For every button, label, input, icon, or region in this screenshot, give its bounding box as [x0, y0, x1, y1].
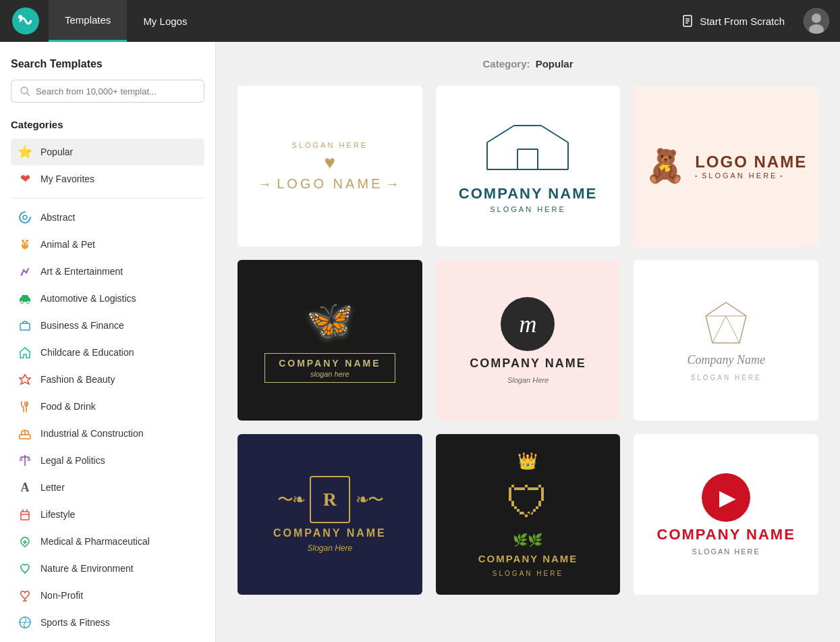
svg-point-13: [26, 240, 28, 242]
template-card-1[interactable]: SLOGAN HERE ♥ → LOGO NAME →: [237, 86, 422, 246]
sidebar-item-fashion-beauty[interactable]: Fashion & Beauty: [11, 366, 204, 393]
slogan-7: Slogan Here: [307, 543, 352, 553]
crest-border-7: R: [310, 476, 350, 523]
document-icon: [681, 14, 694, 28]
diamond-svg-6: [699, 299, 753, 346]
svg-point-7: [812, 14, 821, 23]
svg-point-17: [21, 274, 23, 276]
company-name-7: COMPANY NAME: [273, 527, 387, 539]
letter-icon: A: [18, 480, 32, 495]
template-preview-3: 🧸 LOGO NAME • SLOGAN HERE •: [634, 86, 818, 246]
template-preview-9: ▶ COMPANY NAME SLOGAN HERE: [634, 434, 818, 595]
butterfly-icon-4: 🦋: [306, 298, 354, 342]
svg-point-1: [18, 15, 22, 19]
divider: [11, 198, 204, 198]
svg-line-55: [726, 316, 739, 343]
slogan-6: SLOGAN HERE: [691, 374, 762, 381]
laurel-8: 🌿🌿: [513, 533, 542, 547]
template-card-8[interactable]: 👑 🛡 S 🌿🌿 COMPANY NAME SLOGAN HERE: [436, 434, 621, 595]
svg-line-46: [541, 126, 568, 142]
automotive-icon: [18, 291, 32, 306]
house-svg-2: [474, 119, 582, 180]
template-card-2[interactable]: COMPANY NAME SLOGAN HERE: [436, 86, 621, 246]
search-templates-title: Search Templates: [11, 58, 204, 70]
food-icon: [18, 399, 32, 414]
lifestyle-icon: [18, 507, 32, 522]
categories-title: Categories: [11, 119, 204, 130]
nav-templates[interactable]: Templates: [49, 0, 127, 42]
nav-my-logos[interactable]: My Logos: [127, 0, 203, 42]
company-name-2: COMPANY NAME: [459, 185, 597, 203]
sidebar-item-automotive-logistics[interactable]: Automotive & Logistics: [11, 285, 204, 312]
template-card-6[interactable]: Company Name SLOGAN HERE: [634, 260, 818, 421]
fashion-icon: [18, 372, 32, 387]
sidebar-item-my-favorites[interactable]: ❤ My Favorites: [11, 165, 204, 192]
sidebar-item-art-entertainment[interactable]: Art & Entertainment: [11, 258, 204, 285]
industrial-icon: [18, 426, 32, 441]
sidebar-item-animal-pet[interactable]: Animal & Pet: [11, 231, 204, 258]
sidebar-item-abstract[interactable]: Abstract: [11, 204, 204, 231]
sidebar-item-childcare-education[interactable]: Childcare & Education: [11, 339, 204, 366]
start-from-scratch-button[interactable]: Start From Scratch: [670, 9, 795, 33]
main-nav: Templates My Logos: [49, 0, 203, 42]
sidebar-item-industrial-construction[interactable]: Industrial & Construction: [11, 420, 204, 447]
automotive-label: Automotive & Logistics: [40, 293, 136, 304]
search-input[interactable]: [36, 86, 196, 97]
slogan-8: SLOGAN HERE: [493, 570, 563, 577]
art-label: Art & Entertainment: [40, 266, 123, 277]
text-part-3: LOGO NAME • SLOGAN HERE •: [695, 153, 807, 180]
user-avatar[interactable]: [804, 8, 829, 34]
childcare-label: Childcare & Education: [40, 347, 134, 358]
medical-icon: [18, 534, 32, 549]
sidebar-item-food-drink[interactable]: Food & Drink: [11, 393, 204, 420]
slogan-top-1: SLOGAN HERE: [292, 141, 368, 149]
template-card-3[interactable]: 🧸 LOGO NAME • SLOGAN HERE •: [634, 86, 818, 246]
sidebar-item-popular[interactable]: ⭐ Popular: [11, 138, 204, 165]
sidebar-item-legal-politics[interactable]: Legal & Politics: [11, 447, 204, 474]
abstract-label: Abstract: [40, 212, 75, 223]
sidebar-item-sports-fitness[interactable]: Sports & Fitness: [11, 609, 204, 636]
slogan-9: SLOGAN HERE: [692, 547, 760, 556]
svg-point-12: [22, 240, 24, 242]
template-card-4[interactable]: 🦋 COMPANY NAME slogan here: [237, 260, 422, 421]
bear-icon-3: 🧸: [645, 147, 685, 185]
slogan-3: • SLOGAN HERE •: [695, 171, 807, 180]
sidebar-item-non-profit[interactable]: Non-Profit: [11, 582, 204, 609]
m-circle-5: m: [501, 297, 555, 351]
start-scratch-label: Start From Scratch: [700, 16, 785, 27]
letter-label: Letter: [40, 482, 65, 493]
sidebar: Search Templates Categories ⭐ Popular ❤ …: [0, 42, 216, 642]
category-name: Popular: [536, 58, 573, 70]
template-card-7[interactable]: 〜❧ R ❧〜 COMPANY NAME Slogan Here: [237, 434, 422, 595]
dot-left-3: •: [695, 173, 699, 179]
name-box-4: COMPANY NAME slogan here: [264, 353, 395, 383]
search-box[interactable]: [11, 80, 204, 103]
template-card-9[interactable]: ▶ COMPANY NAME SLOGAN HERE: [634, 434, 818, 595]
sidebar-item-business-finance[interactable]: Business & Finance: [11, 312, 204, 339]
template-preview-2: COMPANY NAME SLOGAN HERE: [436, 86, 621, 246]
sidebar-item-nature[interactable]: Nature & Environment: [11, 555, 204, 582]
company-name-8: COMPANY NAME: [478, 553, 578, 564]
company-name-9: COMPANY NAME: [657, 526, 795, 543]
app-logo[interactable]: [11, 6, 40, 36]
template-card-5[interactable]: m COMPANY NAME Slogan Here: [436, 260, 621, 421]
medical-label: Medical & Pharmaceutical: [40, 536, 150, 547]
lifestyle-label: Lifestyle: [40, 509, 75, 520]
svg-line-10: [27, 93, 30, 96]
icon-wrap-9: ▶: [702, 473, 750, 522]
sidebar-item-medical[interactable]: Medical & Pharmaceutical: [11, 528, 204, 555]
slogan-4: slogan here: [279, 370, 381, 378]
sports-icon: [18, 615, 32, 630]
sidebar-item-lifestyle[interactable]: Lifestyle: [11, 501, 204, 528]
non-profit-icon: [18, 588, 32, 603]
food-label: Food & Drink: [40, 401, 96, 412]
sidebar-item-technology[interactable]: Technology & Communication: [11, 636, 204, 642]
ornament-right-7: ❧〜: [356, 489, 383, 510]
content-area: Category: Popular SLOGAN HERE ♥ → LOGO N…: [216, 42, 840, 642]
template-grid: SLOGAN HERE ♥ → LOGO NAME →: [237, 86, 818, 595]
company-name-6: Company Name: [687, 353, 765, 367]
slogan-2: SLOGAN HERE: [490, 205, 565, 213]
nature-icon: [18, 561, 32, 576]
childcare-icon: [18, 345, 32, 360]
sidebar-item-letter[interactable]: A Letter: [11, 474, 204, 501]
